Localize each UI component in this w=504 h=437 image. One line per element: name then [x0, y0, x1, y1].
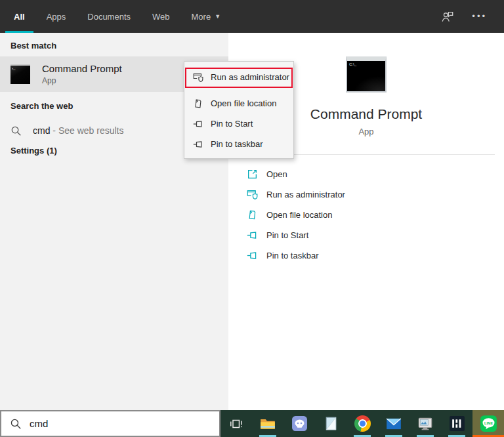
menu-item-pin-to-taskbar[interactable]: Pin to taskbar: [184, 134, 293, 154]
action-pin-to-taskbar[interactable]: Pin to taskbar: [228, 245, 504, 266]
action-open-file-location-label: Open file location: [266, 210, 332, 220]
taskbar-chrome-button[interactable]: [346, 410, 378, 437]
file-explorer-icon: [259, 415, 276, 432]
run-as-admin-icon: [193, 72, 203, 83]
tab-apps[interactable]: Apps: [45, 0, 68, 33]
settings-section-label: Settings (1): [10, 146, 57, 156]
pin-icon: [247, 230, 258, 241]
search-input[interactable]: [30, 418, 207, 429]
action-open[interactable]: Open: [228, 164, 504, 184]
taskbar-audio-bars-app-button[interactable]: [441, 410, 472, 437]
menu-item-run-as-administrator-label: Run as administrator: [211, 72, 289, 82]
pin-icon: [193, 119, 203, 129]
notepad-icon: [323, 415, 339, 432]
tab-all[interactable]: All: [12, 0, 27, 33]
taskbar: LINE: [220, 410, 504, 437]
menu-item-pin-to-start[interactable]: Pin to Start: [184, 114, 293, 134]
mail-icon: [385, 415, 402, 432]
bottom-bar: LINE: [0, 410, 504, 437]
audio-bars-app-icon: [449, 415, 465, 432]
svg-text:LINE: LINE: [484, 421, 493, 425]
pin-icon: [247, 250, 258, 261]
open-icon: [247, 169, 258, 180]
tab-web[interactable]: Web: [150, 0, 172, 33]
best-match-section-label: Best match: [10, 41, 56, 51]
action-pin-to-start[interactable]: Pin to Start: [228, 225, 504, 245]
open-file-location-icon: [193, 98, 203, 109]
tab-more[interactable]: More ▼: [190, 0, 223, 33]
taskbar-discord-button[interactable]: [284, 410, 315, 437]
tab-more-label: More: [192, 12, 211, 22]
topbar-actions: •••: [440, 10, 504, 23]
menu-item-open-file-location-label: Open file location: [211, 98, 276, 108]
menu-item-pin-to-taskbar-label: Pin to taskbar: [211, 139, 263, 149]
best-match-subtitle: App: [42, 76, 122, 85]
open-file-location-icon: [247, 209, 258, 220]
line-icon: LINE: [480, 415, 497, 432]
tab-apps-label: Apps: [47, 12, 66, 22]
more-options-icon[interactable]: •••: [472, 13, 487, 20]
web-suffix: - See web results: [52, 125, 123, 136]
search-results-area: Best match Command Prompt App Search the…: [0, 33, 504, 410]
search-filter-bar: All Apps Documents Web More ▼: [0, 0, 504, 33]
command-prompt-icon: [10, 64, 30, 84]
best-match-title: Command Prompt: [42, 63, 122, 74]
tab-all-label: All: [14, 12, 25, 22]
action-open-file-location[interactable]: Open file location: [228, 205, 504, 225]
taskbar-mail-button[interactable]: [378, 410, 410, 437]
chrome-icon: [354, 415, 371, 432]
taskbar-file-explorer-button[interactable]: [252, 410, 284, 437]
context-menu: Run as administrator Open file location …: [184, 61, 294, 159]
search-web-section-label: Search the web: [10, 101, 73, 111]
taskbar-task-view-button[interactable]: [220, 410, 252, 437]
pin-icon: [193, 139, 203, 150]
command-prompt-icon-large: [346, 56, 387, 93]
taskbar-notepad-button[interactable]: [315, 410, 346, 437]
menu-item-pin-to-start-label: Pin to Start: [211, 119, 253, 129]
tab-web-label: Web: [152, 12, 170, 22]
action-run-as-administrator-label: Run as administrator: [266, 190, 345, 199]
menu-item-open-file-location[interactable]: Open file location: [184, 93, 293, 114]
search-icon: [10, 418, 22, 430]
feedback-user-icon[interactable]: [440, 10, 455, 23]
taskbar-photos-button[interactable]: [410, 410, 441, 437]
windows-search-flyout: All Apps Documents Web More ▼: [0, 0, 504, 437]
action-open-label: Open: [266, 169, 287, 179]
tab-documents[interactable]: Documents: [85, 0, 133, 33]
discord-icon: [291, 415, 308, 432]
action-pin-to-taskbar-label: Pin to taskbar: [266, 251, 319, 260]
taskbar-line-button[interactable]: LINE: [472, 410, 504, 437]
menu-item-run-as-administrator[interactable]: Run as administrator: [184, 67, 293, 87]
task-view-icon: [228, 416, 244, 432]
action-run-as-administrator[interactable]: Run as administrator: [228, 184, 504, 205]
preview-actions: Open Run as administrator: [228, 164, 504, 266]
search-icon: [10, 125, 22, 136]
filter-tabs: All Apps Documents Web More ▼: [0, 0, 222, 33]
tab-documents-label: Documents: [87, 12, 131, 22]
action-pin-to-start-label: Pin to Start: [266, 230, 308, 240]
photos-icon: [417, 415, 434, 432]
web-query: cmd: [33, 125, 50, 136]
taskbar-search-box[interactable]: [0, 410, 220, 437]
run-as-admin-icon: [247, 189, 258, 200]
chevron-down-icon: ▼: [215, 13, 220, 20]
